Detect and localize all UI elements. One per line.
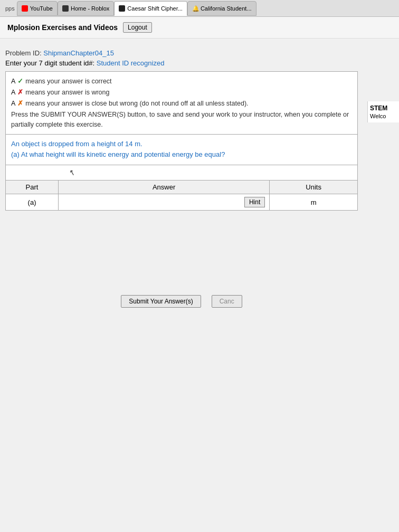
tab-pps[interactable]: pps (3, 5, 17, 12)
tab-youtube[interactable]: YouTube (17, 1, 58, 16)
cell-part: (a) (6, 194, 59, 211)
answer-table: Part Answer Units (a) Hint m (5, 180, 358, 211)
legend-submit-instruction: Press the SUBMIT YOUR ANSWER(S) button, … (11, 110, 352, 130)
bottom-area: Submit Your Answer(s) Canc (5, 295, 358, 318)
legend-correct: A ✓ means your answer is correct (11, 76, 352, 87)
col-header-answer: Answer (59, 180, 270, 194)
problem-line2: (a) At what height will its kinetic ener… (11, 149, 352, 160)
tab-roblox-label: Home - Roblox (71, 5, 109, 12)
nav-title: Mplosion Exercises and Videos (7, 23, 118, 32)
problem-statement: An object is dropped from a height of 14… (5, 135, 358, 166)
cursor-area: ↖ (5, 165, 358, 180)
legend-wrong-letter: A (11, 87, 15, 98)
legend-wrong-text: means your answer is wrong (25, 87, 109, 98)
x-orange-icon: ✗ (17, 98, 23, 109)
col-header-units: Units (270, 180, 358, 194)
student-id-label: Enter your 7 digit student id#: (5, 59, 94, 67)
tab-roblox[interactable]: Home - Roblox (58, 1, 114, 16)
legend-correct-text: means your answer is correct (25, 76, 111, 87)
table-row: (a) Hint m (6, 194, 358, 211)
cell-answer[interactable]: Hint (59, 194, 270, 211)
right-panel: STEM Welco (367, 101, 399, 122)
california-icon: 🔔 (192, 5, 198, 12)
youtube-icon (22, 5, 28, 12)
tab-california[interactable]: 🔔 California Student... (187, 1, 256, 16)
tab-caesar[interactable]: Caesar Shift Cipher... (114, 1, 187, 16)
legend-close: A ✗ means your answer is close but wrong… (11, 98, 352, 109)
legend-close-text: means your answer is close but wrong (do… (25, 98, 248, 109)
problem-id-link[interactable]: ShipmanChapter04_15 (43, 49, 114, 57)
caesar-icon (119, 5, 125, 12)
tab-california-label: California Student... (201, 5, 252, 12)
problem-id-label: Problem ID: (5, 49, 42, 57)
tab-youtube-label: YouTube (30, 5, 53, 12)
cursor-arrow-icon: ↖ (68, 168, 77, 178)
answer-input-cell[interactable]: Hint (63, 197, 265, 207)
right-panel-subtitle: Welco (370, 113, 397, 119)
hint-button[interactable]: Hint (244, 197, 265, 207)
problem-line1: An object is dropped from a height of 14… (11, 139, 352, 150)
right-panel-title: STEM (370, 104, 397, 112)
logout-button[interactable]: Logout (123, 22, 152, 33)
check-icon: ✓ (17, 76, 23, 87)
legend-wrong: A ✗ means your answer is wrong (11, 87, 352, 98)
roblox-icon (62, 5, 69, 12)
cancel-button[interactable]: Canc (212, 295, 242, 308)
top-nav: Mplosion Exercises and Videos Logout (0, 17, 399, 39)
legend-correct-letter: A (11, 76, 15, 87)
x-red-icon: ✗ (17, 87, 23, 98)
cell-units: m (270, 194, 358, 211)
tab-caesar-label: Caesar Shift Cipher... (127, 5, 183, 12)
page-content: Mplosion Exercises and Videos Logout STE… (0, 17, 399, 532)
answer-input[interactable] (63, 198, 240, 206)
table-header-row: Part Answer Units (6, 180, 358, 194)
browser-tab-bar: pps YouTube Home - Roblox Caesar Shift C… (0, 0, 399, 17)
student-id-status: Student ID recognized (97, 59, 165, 67)
problem-id-line: Problem ID: ShipmanChapter04_15 (5, 49, 358, 57)
units-text: m (311, 198, 317, 206)
student-id-line: Enter your 7 digit student id#: Student … (5, 59, 358, 67)
col-header-part: Part (6, 180, 59, 194)
main-content: Problem ID: ShipmanChapter04_15 Enter yo… (0, 39, 365, 329)
legend-close-letter: A (11, 98, 15, 109)
submit-button[interactable]: Submit Your Answer(s) (121, 295, 201, 308)
legend-box: A ✓ means your answer is correct A ✗ mea… (5, 71, 358, 135)
